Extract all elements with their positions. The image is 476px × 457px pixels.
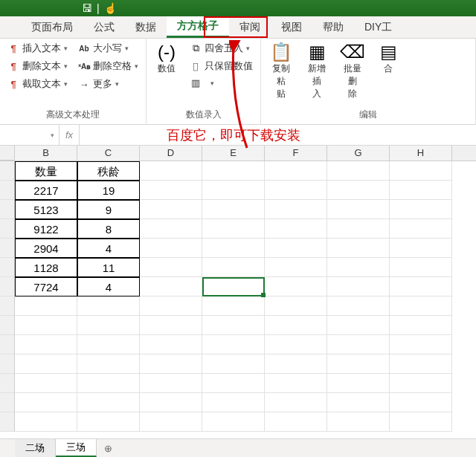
row-header[interactable] xyxy=(0,412,15,432)
cell[interactable] xyxy=(202,374,265,393)
cell[interactable] xyxy=(77,354,140,374)
cell[interactable] xyxy=(202,219,265,239)
cell[interactable] xyxy=(140,335,202,354)
cell[interactable]: 5123 xyxy=(15,200,77,219)
cell[interactable] xyxy=(77,393,140,412)
cell[interactable] xyxy=(140,296,202,316)
cell[interactable] xyxy=(327,277,390,296)
cell[interactable] xyxy=(390,219,452,239)
cell[interactable]: 2217 xyxy=(15,181,77,200)
cell[interactable] xyxy=(15,354,77,374)
tab-data[interactable]: 数据 xyxy=(125,16,167,38)
col-header[interactable]: C xyxy=(77,146,140,161)
cell[interactable] xyxy=(327,200,390,219)
cell[interactable] xyxy=(390,277,452,296)
cell[interactable] xyxy=(265,296,327,316)
cell[interactable] xyxy=(140,258,202,277)
col-header[interactable]: F xyxy=(265,146,327,161)
cell[interactable] xyxy=(327,239,390,258)
row-header[interactable] xyxy=(0,296,15,316)
cell[interactable]: 4 xyxy=(77,239,140,258)
cell[interactable] xyxy=(390,161,452,181)
more-button[interactable]: →更多▾ xyxy=(78,77,138,91)
cell[interactable] xyxy=(15,316,77,335)
spreadsheet-grid[interactable]: B C D E F G H 数量秩龄2217195123991228290441… xyxy=(0,146,476,438)
save-icon[interactable]: 🖫 xyxy=(82,3,92,13)
cell[interactable] xyxy=(390,354,452,374)
cell[interactable] xyxy=(390,200,452,219)
cell[interactable] xyxy=(140,374,202,393)
delete-space-button[interactable]: ˣAʙ删除空格▾ xyxy=(78,59,138,73)
col-header[interactable]: G xyxy=(327,146,390,161)
cell[interactable] xyxy=(265,354,327,374)
tab-help[interactable]: 帮助 xyxy=(312,16,354,38)
cell[interactable] xyxy=(202,258,265,277)
tab-page-layout[interactable]: 页面布局 xyxy=(21,16,83,38)
cell[interactable] xyxy=(327,393,390,412)
keep-numeric-button[interactable]: ⌷只保留数值 xyxy=(190,59,253,73)
cell[interactable]: 19 xyxy=(77,181,140,200)
cell[interactable] xyxy=(140,239,202,258)
cell[interactable]: 1128 xyxy=(15,258,77,277)
cell[interactable] xyxy=(265,393,327,412)
cell[interactable] xyxy=(140,393,202,412)
name-box[interactable]: ▾ xyxy=(0,125,60,145)
cell[interactable] xyxy=(202,200,265,219)
cell[interactable] xyxy=(390,374,452,393)
cell[interactable] xyxy=(15,412,77,432)
add-insert-button[interactable]: ▦新增插 入 xyxy=(304,42,329,100)
cell[interactable] xyxy=(327,335,390,354)
select-all-corner[interactable] xyxy=(0,146,15,161)
row-header[interactable] xyxy=(0,200,15,219)
row-header[interactable] xyxy=(0,258,15,277)
cell[interactable] xyxy=(265,200,327,219)
cell[interactable] xyxy=(327,219,390,239)
cell[interactable] xyxy=(77,296,140,316)
cell[interactable] xyxy=(140,161,202,181)
col-header[interactable]: E xyxy=(202,146,265,161)
cell[interactable] xyxy=(265,277,327,296)
cell[interactable]: 4 xyxy=(77,277,140,296)
cell[interactable] xyxy=(390,335,452,354)
cell[interactable] xyxy=(140,354,202,374)
cell[interactable] xyxy=(77,412,140,432)
tab-diy[interactable]: DIY工 xyxy=(354,16,402,38)
row-header[interactable] xyxy=(0,316,15,335)
cell[interactable] xyxy=(265,239,327,258)
cell[interactable]: 11 xyxy=(77,258,140,277)
cell[interactable] xyxy=(202,393,265,412)
cell[interactable] xyxy=(202,354,265,374)
cell[interactable] xyxy=(202,296,265,316)
cell[interactable] xyxy=(265,316,327,335)
cell[interactable] xyxy=(327,354,390,374)
cell[interactable] xyxy=(390,239,452,258)
cell[interactable] xyxy=(390,181,452,200)
cell[interactable] xyxy=(140,277,202,296)
misc-button[interactable]: ▥ ▾ xyxy=(190,77,253,88)
cell[interactable]: 8 xyxy=(77,219,140,239)
cell[interactable] xyxy=(202,412,265,432)
tab-formulas[interactable]: 公式 xyxy=(83,16,125,38)
delete-text-button[interactable]: ¶删除文本▾ xyxy=(7,59,68,73)
cell[interactable] xyxy=(202,335,265,354)
cell[interactable] xyxy=(140,181,202,200)
cell[interactable] xyxy=(327,181,390,200)
cell[interactable]: 2904 xyxy=(15,239,77,258)
cell[interactable] xyxy=(202,161,265,181)
cell[interactable] xyxy=(390,296,452,316)
cell[interactable] xyxy=(265,258,327,277)
row-header[interactable] xyxy=(0,161,15,181)
cell[interactable] xyxy=(140,412,202,432)
fx-label[interactable]: fx xyxy=(60,125,80,145)
cell[interactable] xyxy=(327,161,390,181)
cell[interactable] xyxy=(265,412,327,432)
touch-mode-icon[interactable]: ☝ xyxy=(104,3,117,13)
row-header[interactable] xyxy=(0,239,15,258)
cell[interactable] xyxy=(327,412,390,432)
cell[interactable] xyxy=(77,335,140,354)
add-sheet-button[interactable]: ⊕ xyxy=(97,439,119,457)
cell[interactable] xyxy=(265,219,327,239)
cell[interactable] xyxy=(327,296,390,316)
cell[interactable] xyxy=(327,258,390,277)
tab-view[interactable]: 视图 xyxy=(271,16,312,38)
